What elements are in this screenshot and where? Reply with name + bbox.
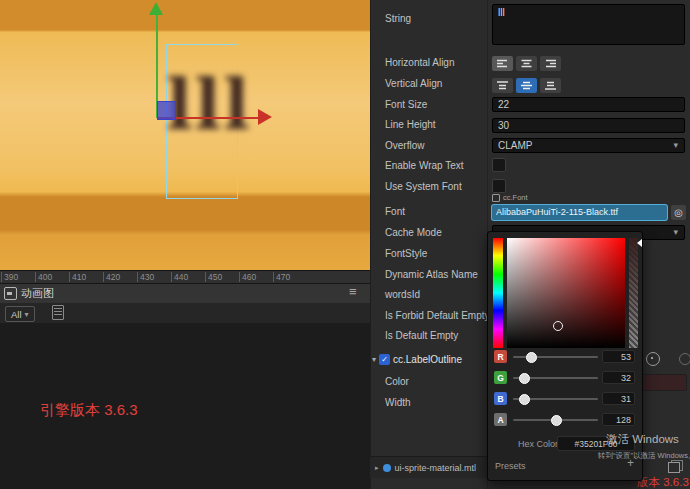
channel-a-badge: A [494,413,507,426]
label-is-default-empty: Is Default Empty [385,330,458,341]
front-square-icon [668,462,680,473]
channel-r-badge: R [494,350,507,363]
alpha-strip[interactable] [629,238,638,348]
sv-cursor[interactable] [553,321,563,331]
channel-row-r: R 53 [488,350,642,364]
channel-b-value[interactable]: 31 [602,392,635,405]
chevron-down-icon: ▾ [25,310,29,319]
chevron-down-icon: ▾ [673,227,678,237]
version-text-right: 版本 3.6.3 [637,475,689,489]
halign-center-button[interactable] [516,56,537,71]
gizmo-x-arrowhead-icon [258,109,272,125]
material-name: ui-sprite-material.mtl [395,463,477,473]
tab-animation[interactable]: 动画图 [4,286,54,300]
channel-row-b: B 31 [488,392,642,406]
label-width: Width [385,397,411,408]
valign-bottom-button[interactable] [540,78,561,93]
channel-r-value[interactable]: 53 [602,350,635,363]
halign-right-button[interactable] [540,56,561,71]
alpha-marker-icon[interactable] [637,239,642,247]
channel-g-value[interactable]: 32 [602,371,635,384]
valign-top-button[interactable] [492,78,513,93]
channel-r-knob[interactable] [526,352,537,363]
scene-ruler: 390 400 410 420 430 440 450 460 470 [0,270,370,284]
label-font: Font [385,206,405,217]
label-use-system-font: Use System Font [385,181,462,192]
locate-asset-button[interactable]: ◎ [671,205,686,220]
enable-wrap-text-checkbox[interactable] [492,158,506,172]
channel-g-knob[interactable] [519,373,530,384]
component-help-icon[interactable] [646,352,660,366]
overflow-value: CLAMP [498,140,532,151]
channel-a-knob[interactable] [551,415,562,426]
label-enable-wrap-text: Enable Wrap Text [385,160,464,171]
valign-middle-icon [521,81,532,90]
channel-a-value[interactable]: 128 [602,413,635,426]
label-is-forbid-default-empty: Is Forbid Default Empty [385,310,489,321]
label-vertical-align: Vertical Align [385,78,442,89]
ruler-tick: 410 [72,272,86,282]
label-horizontal-align: Horizontal Align [385,57,454,68]
channel-g-badge: G [494,371,507,384]
component-options-icon[interactable] [679,353,690,365]
gizmo-xy-handle[interactable] [157,101,176,120]
panel-windows-icon[interactable] [668,460,682,472]
ruler-tick: 440 [174,272,188,282]
windows-activation-watermark-line1: 激活 Windows [606,432,679,447]
label-string: String [385,13,411,24]
animation-panel-tabbar [0,283,370,305]
label-words-id: wordsId [385,289,420,300]
ruler-tick: 460 [242,272,256,282]
label-overflow: Overflow [385,140,424,151]
label-dynamic-atlas-name: Dynamic Atlas Name [385,269,478,280]
ruler-tick: 430 [140,272,154,282]
material-row[interactable]: ▸ ui-sprite-material.mtl [370,456,492,478]
presets-label: Presets [495,461,526,471]
valign-bottom-icon [545,81,556,90]
animation-filter-dropdown[interactable]: All ▾ [5,306,35,322]
use-system-font-checkbox[interactable] [492,179,506,193]
animation-clip-icon[interactable] [52,305,64,320]
font-asset-field[interactable]: AlibabaPuHuiTi-2-115-Black.ttf [492,205,667,220]
string-input[interactable]: lll [492,4,685,45]
label-font-style: FontStyle [385,248,427,259]
label-font-size: Font Size [385,99,427,110]
channel-row-a: A 128 [488,413,642,427]
label-node-preview[interactable]: lll [166,70,238,140]
font-asset-type-label: cc.Font [503,193,528,202]
ruler-tick: 400 [38,272,52,282]
channel-row-g: G 32 [488,371,642,385]
label-color: Color [385,376,409,387]
caret-right-icon[interactable]: ▸ [375,464,379,472]
material-icon [383,464,391,472]
hamburger-menu-icon[interactable]: ≡ [349,284,357,299]
halign-left-icon [497,59,508,68]
halign-left-button[interactable] [492,56,513,71]
valign-middle-button[interactable] [516,78,537,93]
component-header-labeloutline[interactable]: ▾ ✓ cc.LabelOutline [372,351,486,367]
saturation-value-box[interactable] [507,238,625,348]
font-asset-type-chip: cc.Font [492,193,528,202]
cocos-creator-editor: lll 390 400 410 420 430 440 450 460 470 … [0,0,690,489]
labeloutline-enabled-checkbox[interactable]: ✓ [379,354,390,365]
channel-b-knob[interactable] [519,394,530,405]
chevron-down-icon: ▾ [673,140,678,150]
line-height-input[interactable]: 30 [492,118,685,133]
label-cache-mode: Cache Mode [385,227,442,238]
asset-type-icon [492,194,500,202]
ruler-tick: 390 [4,272,18,282]
halign-center-icon [521,59,532,68]
hue-strip[interactable] [493,238,503,348]
chevron-down-icon[interactable]: ▾ [372,355,376,364]
font-size-input[interactable]: 22 [492,97,685,112]
channel-b-badge: B [494,392,507,405]
windows-activation-watermark-line2: 转到“设置”以激活 Windows。 [598,451,690,461]
ruler-tick: 470 [276,272,290,282]
gizmo-y-arrowhead-icon [149,2,163,15]
overflow-select[interactable]: CLAMP ▾ [492,138,685,153]
ruler-tick: 450 [208,272,222,282]
label-line-height: Line Height [385,119,436,130]
hex-color-label: Hex Color [518,439,558,449]
tab-animation-label: 动画图 [21,286,54,301]
labeloutline-title: cc.LabelOutline [393,354,462,365]
